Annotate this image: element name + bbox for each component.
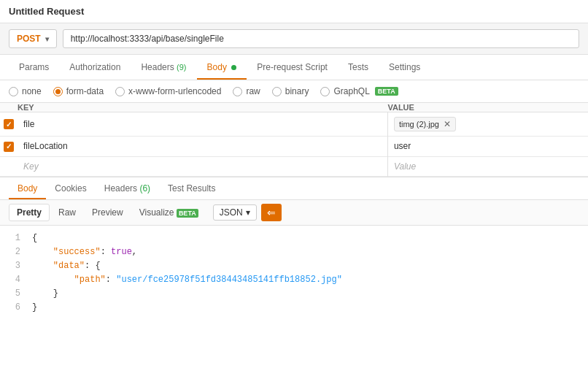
radio-urlencoded (115, 87, 125, 96)
tab-tests[interactable]: Tests (338, 55, 379, 80)
body-type-raw[interactable]: raw (233, 86, 260, 96)
code-line-5: 5 } (9, 287, 579, 301)
row2-checkbox[interactable]: ✓ (4, 142, 14, 152)
response-toolbar: Pretty Raw Preview Visualize BETA JSON ▾… (0, 200, 588, 226)
close-icon[interactable]: ✕ (444, 119, 451, 129)
row2-checkbox-cell[interactable]: ✓ (0, 137, 18, 157)
raw-button[interactable]: Raw (51, 204, 83, 221)
value-column-header: VALUE (387, 103, 588, 112)
row1-value[interactable]: timg (2).jpg ✕ (387, 112, 588, 137)
url-bar: POST ▾ (0, 23, 588, 55)
row1-checkbox-cell[interactable]: ✓ (0, 112, 18, 137)
code-line-6: 6 } (9, 301, 579, 315)
placeholder-value[interactable]: Value (387, 156, 588, 176)
radio-binary (272, 87, 282, 96)
graphql-beta-badge: BETA (375, 87, 398, 96)
wrap-button[interactable]: ⇐ (261, 204, 282, 221)
row1-key[interactable]: file (18, 112, 387, 137)
response-tab-body[interactable]: Body (9, 177, 46, 199)
tab-body[interactable]: Body (197, 55, 247, 80)
method-label: POST (17, 34, 41, 44)
row2-value[interactable]: user (387, 137, 588, 157)
body-type-form-data[interactable]: form-data (53, 86, 104, 96)
row2-key[interactable]: fileLocation (18, 137, 387, 157)
method-select[interactable]: POST ▾ (9, 29, 57, 48)
tab-settings[interactable]: Settings (379, 55, 430, 80)
form-data-table: KEY VALUE ✓ file timg (2).jpg ✕ (0, 103, 588, 177)
radio-form-data (53, 87, 63, 96)
code-line-3: 3 "data": { (9, 259, 579, 273)
body-active-dot (231, 65, 236, 70)
body-type-none[interactable]: none (9, 86, 42, 96)
preview-button[interactable]: Preview (85, 204, 131, 221)
response-tab-headers[interactable]: Headers (6) (96, 177, 159, 199)
pretty-button[interactable]: Pretty (9, 204, 50, 221)
tab-pre-request-script[interactable]: Pre-request Script (247, 55, 338, 80)
placeholder-key[interactable]: Key (18, 156, 387, 176)
radio-none (9, 87, 18, 96)
chevron-down-icon: ▾ (246, 207, 250, 218)
file-chip: timg (2).jpg ✕ (394, 117, 456, 131)
radio-graphql (320, 87, 330, 96)
url-input[interactable] (63, 29, 579, 48)
key-column-header: KEY (18, 103, 387, 112)
response-tab-test-results[interactable]: Test Results (159, 177, 224, 199)
tab-params[interactable]: Params (9, 55, 59, 80)
body-type-urlencoded[interactable]: x-www-form-urlencoded (115, 86, 221, 96)
radio-raw (233, 87, 242, 96)
format-select[interactable]: JSON ▾ (213, 204, 257, 221)
response-tabs: Body Cookies Headers (6) Test Results (0, 177, 588, 200)
row1-checkbox[interactable]: ✓ (4, 119, 14, 129)
table-row-placeholder: Key Value (0, 156, 588, 176)
page-title: Untitled Request (9, 6, 84, 17)
response-headers-badge: (6) (139, 183, 150, 194)
wrap-icon: ⇐ (267, 207, 276, 218)
headers-badge: (9) (177, 63, 186, 72)
code-line-2: 2 "success": true, (9, 245, 579, 259)
visualize-button[interactable]: Visualize BETA (132, 204, 206, 221)
response-tab-cookies[interactable]: Cookies (46, 177, 95, 199)
tab-headers[interactable]: Headers (9) (131, 55, 196, 80)
response-code-block: 1 { 2 "success": true, 3 "data": { 4 "pa… (0, 226, 588, 321)
body-type-binary[interactable]: binary (272, 86, 309, 96)
response-section: Body Cookies Headers (6) Test Results Pr… (0, 177, 588, 321)
body-type-graphql[interactable]: GraphQL BETA (320, 86, 398, 96)
title-bar: Untitled Request (0, 0, 588, 23)
request-tabs: Params Authorization Headers (9) Body Pr… (0, 55, 588, 80)
code-line-4: 4 "path": "user/fce25978f51fd38443485141… (9, 273, 579, 287)
tab-authorization[interactable]: Authorization (59, 55, 131, 80)
chevron-down-icon: ▾ (45, 35, 49, 43)
table-row: ✓ file timg (2).jpg ✕ (0, 112, 588, 137)
table-row: ✓ fileLocation user (0, 137, 588, 157)
code-line-1: 1 { (9, 231, 579, 245)
body-type-selector: none form-data x-www-form-urlencoded raw… (0, 80, 588, 103)
visualize-beta-badge: BETA (177, 209, 198, 218)
